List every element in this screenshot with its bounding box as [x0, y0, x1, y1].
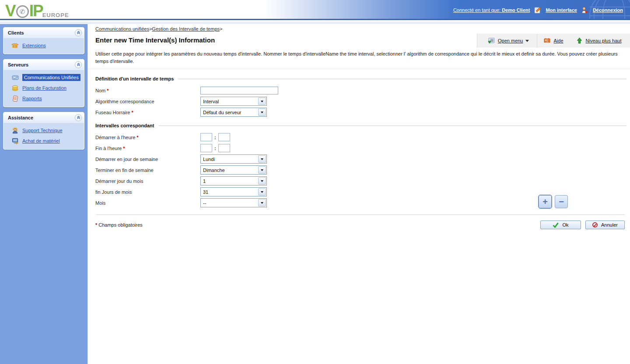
- bottom-divider: [96, 214, 625, 215]
- cancel-icon: [592, 222, 598, 228]
- panel-title: Assistance: [8, 115, 33, 120]
- form-row-algorithme: Algorithme correspondance Interval: [95, 96, 626, 107]
- fin-jours-mois-select[interactable]: 31: [200, 187, 267, 196]
- header-links: Connecté en tant que: Demo Client Mon in…: [453, 0, 623, 20]
- mon-interface-link[interactable]: Mon interface: [546, 7, 577, 13]
- hardware-monitor-icon: [11, 137, 19, 144]
- fuseau-label: Fuseau Horraire*: [95, 110, 200, 115]
- section-title: Intervalles correspondant: [95, 123, 154, 128]
- dropdown-arrow-icon[interactable]: [258, 177, 266, 185]
- algorithme-label: Algorithme correspondance: [95, 99, 200, 104]
- required-marker: *: [123, 146, 125, 151]
- sidebar-item-extensions[interactable]: ☎ Extensions: [5, 40, 82, 51]
- sidebar-item-label: Support Technique: [22, 128, 63, 133]
- panel-header-serveurs: Serveurs: [4, 60, 84, 70]
- chevron-down-icon: [525, 40, 529, 44]
- dropdown-arrow-icon[interactable]: [258, 108, 266, 116]
- open-menu-cell: Open menu: [477, 34, 537, 48]
- sidebar-item-label: Extensions: [22, 43, 46, 48]
- label-text: Nom: [95, 88, 105, 93]
- collapse-panel-icon[interactable]: [75, 114, 82, 121]
- edit-notepad-icon: [534, 6, 542, 14]
- demarrer-jour-semaine-value: Lundi: [203, 157, 215, 162]
- sidebar-item-label: Achat de matériel: [22, 138, 60, 144]
- sidebar-item-rapports[interactable]: Rapports: [5, 93, 82, 104]
- panel-body: Support Technique Achat de matériel: [4, 123, 84, 149]
- fin-heure-hh-input[interactable]: [200, 144, 212, 152]
- ok-button[interactable]: Ok: [540, 220, 581, 229]
- demarrer-jour-semaine-select[interactable]: Lundi: [200, 154, 267, 164]
- fin-heure-label: Fin à l'heure*: [95, 146, 200, 151]
- level-up-arrow-icon: [576, 37, 583, 44]
- fin-heure-inputs: :: [200, 144, 230, 152]
- fuseau-select[interactable]: Défaut du serveur: [200, 108, 267, 117]
- sidebar-item-achat-de-materiel[interactable]: Achat de matériel: [5, 136, 82, 146]
- nom-input[interactable]: [200, 87, 278, 94]
- collapse-panel-icon[interactable]: [75, 29, 82, 36]
- aide-link[interactable]: Aide: [553, 38, 563, 43]
- mon-interface-label: Mon interface: [546, 7, 577, 13]
- form-row-terminer-fin-semaine: Terminer en fin de semaine Dimanche: [95, 164, 626, 175]
- mois-value: --: [203, 200, 206, 206]
- breadcrumb: Communications unifiées>Gestion des Inte…: [88, 24, 630, 34]
- demarrer-jour-mois-select[interactable]: 1: [200, 176, 267, 186]
- sidebar-panel-serveurs: Serveurs Communications Unifié: [3, 59, 84, 107]
- algorithme-selected-value: Interval: [203, 99, 219, 104]
- sidebar: Clients ☎ Extensions Serveurs: [0, 24, 88, 364]
- page-title: Enter new Time Interval(s) Information: [88, 34, 477, 48]
- connected-as-link[interactable]: Connecté en tant que: Demo Client: [453, 7, 530, 13]
- collapse-panel-icon[interactable]: [75, 61, 82, 68]
- dropdown-arrow-icon[interactable]: [258, 199, 266, 206]
- form-row-fuseau: Fuseau Horraire* Défaut du serveur: [95, 107, 626, 118]
- required-fields-note: *Champs obligatoires: [95, 222, 143, 228]
- deconnexion-link[interactable]: Déconnexion: [593, 7, 623, 13]
- fin-heure-mm-input[interactable]: [218, 144, 230, 152]
- dropdown-arrow-icon[interactable]: [258, 155, 266, 163]
- section-title: Définition d'un intervalle de temps: [95, 76, 174, 81]
- page: V ✆ IP EUROPE Connecté en tant que: Demo…: [0, 0, 630, 364]
- fuseau-selected-value: Défaut du serveur: [203, 110, 241, 115]
- sidebar-item-support-technique[interactable]: Support Technique: [5, 125, 82, 136]
- page-description: Utiliser cette page pour intégrer les pa…: [88, 48, 630, 69]
- algorithme-select[interactable]: Interval: [200, 97, 267, 106]
- report-icon: [11, 95, 19, 102]
- time-separator: :: [214, 146, 216, 151]
- top-header: V ✆ IP EUROPE Connecté en tant que: Demo…: [0, 0, 630, 20]
- terminer-fin-semaine-label: Terminer en fin de semaine: [95, 168, 200, 173]
- fin-jours-mois-label: fin Jours de mois: [95, 189, 200, 195]
- mois-select[interactable]: --: [200, 198, 267, 207]
- terminer-fin-semaine-select[interactable]: Dimanche: [200, 165, 267, 175]
- form-row-demarrer-jour-semaine: Démarrer en jour de semaine Lundi: [95, 154, 626, 164]
- breadcrumb-link-gestion-intervalle[interactable]: Gestion des Intervalle de temps: [152, 26, 220, 32]
- sidebar-item-plans-de-facturation[interactable]: Plans de Facturation: [5, 83, 82, 93]
- coins-icon: [11, 84, 19, 91]
- sidebar-item-label: Rapports: [22, 96, 42, 101]
- panel-title: Clients: [8, 30, 24, 35]
- footer-row: *Champs obligatoires Ok Annuler: [95, 220, 626, 229]
- connected-prefix: Connecté en tant que:: [453, 7, 500, 13]
- add-interval-button[interactable]: +: [539, 195, 552, 208]
- annuler-button-label: Annuler: [601, 222, 618, 228]
- demarrer-heure-hh-input[interactable]: [200, 133, 212, 141]
- niveau-plus-haut-link[interactable]: Niveau plus haut: [586, 38, 622, 43]
- page-toolbar: Open menu Aide Niveau plus haut: [477, 34, 630, 48]
- demarrer-jour-mois-value: 1: [203, 178, 206, 184]
- remove-interval-button[interactable]: −: [555, 195, 568, 208]
- dropdown-arrow-icon[interactable]: [258, 188, 266, 196]
- demarrer-heure-mm-input[interactable]: [218, 133, 230, 141]
- breadcrumb-link-communications[interactable]: Communications unifiées: [95, 26, 149, 32]
- annuler-button[interactable]: Annuler: [585, 220, 625, 229]
- panel-title: Serveurs: [8, 62, 28, 67]
- logo-text-ip: IP: [29, 2, 43, 20]
- form-row-fin-heure: Fin à l'heure* :: [95, 143, 626, 154]
- deconnexion-label: Déconnexion: [593, 7, 623, 13]
- dropdown-arrow-icon[interactable]: [258, 98, 266, 105]
- demarrer-heure-label: Démarrer à l'heure*: [95, 135, 200, 140]
- sidebar-item-label-selected: Communications Unifiées: [22, 74, 80, 81]
- breadcrumb-separator: >: [220, 26, 222, 32]
- logo-text-v: V: [5, 2, 15, 20]
- sidebar-item-communications-unifiees[interactable]: Communications Unifiées: [5, 72, 82, 83]
- panel-body: Communications Unifiées Plans de Factura…: [4, 70, 84, 107]
- open-menu-link[interactable]: Open menu: [498, 38, 523, 43]
- dropdown-arrow-icon[interactable]: [258, 166, 266, 174]
